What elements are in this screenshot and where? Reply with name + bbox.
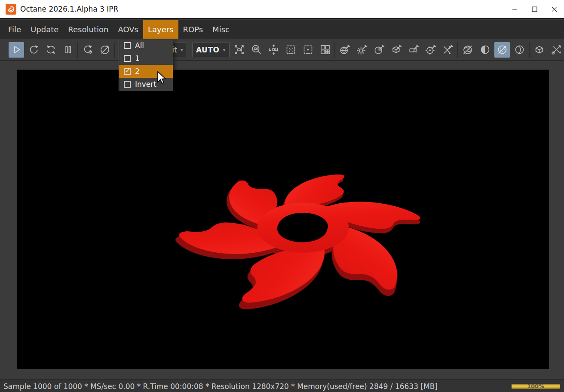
auto-select-label: AUTO xyxy=(196,46,220,54)
toolbar-separator xyxy=(114,42,115,58)
lock-edits-button[interactable] xyxy=(97,42,113,58)
octane-slash-icon xyxy=(462,44,474,55)
geometry-button[interactable] xyxy=(531,42,547,58)
moon-circle-icon xyxy=(514,44,525,55)
postprocess-toggle-button[interactable] xyxy=(460,42,475,58)
layers-item-1[interactable]: 1 xyxy=(119,52,173,65)
toolbar-separator xyxy=(529,42,530,58)
close-button[interactable] xyxy=(544,0,564,18)
checkbox-icon[interactable] xyxy=(124,42,131,49)
toolbar-separator xyxy=(334,42,335,58)
material-picker-icon xyxy=(339,44,351,55)
pause-button[interactable] xyxy=(60,42,76,58)
menu-bar: FileUpdateResolutionAOVsLayersROPsMisc xyxy=(0,20,564,39)
toolbar: Fit▾AUTO▾ xyxy=(0,39,564,61)
menu-misc[interactable]: Misc xyxy=(208,20,234,39)
layers-item-all[interactable]: All xyxy=(119,39,173,52)
checkbox-icon[interactable] xyxy=(124,81,131,88)
render-viewport[interactable] xyxy=(17,70,549,369)
menu-file[interactable]: File xyxy=(3,20,26,39)
grid-icon xyxy=(319,44,331,55)
checkbox-checked-icon[interactable]: ✓ xyxy=(124,68,131,75)
menu-resolution[interactable]: Resolution xyxy=(63,20,113,39)
octane-logo-render xyxy=(174,97,432,355)
octane-app-icon xyxy=(6,4,16,15)
close-icon xyxy=(552,6,557,12)
minimize-button[interactable] xyxy=(505,0,524,18)
menu-update[interactable]: Update xyxy=(26,20,63,39)
environment-picker-button[interactable] xyxy=(371,42,387,58)
chevron-down-icon: ▾ xyxy=(181,47,183,53)
window-title: Octane 2026.1.Alpha 3 IPR xyxy=(20,5,118,13)
mouse-cursor xyxy=(156,71,167,86)
title-bar: Octane 2026.1.Alpha 3 IPR xyxy=(0,0,564,19)
camera-fit-icon xyxy=(233,44,245,55)
minimize-icon xyxy=(512,6,518,12)
layers-item-label: 2 xyxy=(135,67,140,76)
region-dots-icon xyxy=(285,44,297,55)
render-progress-label: 100% xyxy=(527,384,544,389)
menu-aovs[interactable]: AOVs xyxy=(113,20,143,39)
maximize-icon xyxy=(532,6,537,12)
camera-picker-button[interactable] xyxy=(406,42,421,58)
restart-gear-icon xyxy=(82,44,94,55)
camera-zoom-button[interactable] xyxy=(248,42,264,58)
focus-picker-icon xyxy=(425,44,437,55)
auto-select[interactable]: AUTO▾ xyxy=(192,43,230,57)
chevron-down-icon: ▾ xyxy=(223,47,226,53)
camera-zoom-icon xyxy=(251,44,262,55)
render-status-text: Sample 1000 of 1000 * MS/sec 0.00 * R.Ti… xyxy=(3,382,438,391)
camera-pan-button[interactable] xyxy=(266,42,281,58)
refresh-icon xyxy=(45,44,57,55)
vignette-toggle-button[interactable] xyxy=(512,42,527,58)
material-picker-button[interactable] xyxy=(337,42,352,58)
dotted-slash-icon xyxy=(497,44,508,55)
layers-item-label: Invert xyxy=(135,80,156,89)
recenter-camera-button[interactable] xyxy=(231,42,247,58)
no-edit-icon xyxy=(99,44,111,55)
camera-picker-icon xyxy=(408,44,420,55)
light-picker-icon xyxy=(356,44,368,55)
main-content xyxy=(0,61,564,379)
restart-button[interactable] xyxy=(26,42,41,58)
render-region-button[interactable] xyxy=(283,42,298,58)
play-button[interactable] xyxy=(9,42,24,58)
restart-icon xyxy=(28,44,40,55)
environment-picker-icon xyxy=(374,44,385,55)
tonemap-toggle-button[interactable] xyxy=(477,42,493,58)
toolbar-separator xyxy=(457,42,458,58)
menu-rops[interactable]: ROPs xyxy=(178,20,208,39)
whitebalance-picker-icon xyxy=(442,44,454,55)
object-picker-icon xyxy=(391,44,402,55)
pause-icon xyxy=(62,44,74,55)
layers-item-label: All xyxy=(135,41,144,50)
menu-layers[interactable]: Layers xyxy=(143,20,178,39)
half-circle-icon xyxy=(479,44,491,55)
play-icon xyxy=(11,44,22,55)
whitebalance-picker-button[interactable] xyxy=(440,42,456,58)
toolbar-separator xyxy=(77,42,78,58)
layers-item-label: 1 xyxy=(135,54,140,63)
render-progress-bar: 100% xyxy=(512,384,560,389)
status-bar: Sample 1000 of 1000 * MS/sec 0.00 * R.Ti… xyxy=(0,379,564,392)
film-region-button[interactable] xyxy=(300,42,316,58)
checkbox-icon[interactable] xyxy=(124,55,131,62)
dither-toggle-button[interactable] xyxy=(494,42,510,58)
object-picker-button[interactable] xyxy=(389,42,404,58)
light-picker-button[interactable] xyxy=(354,42,370,58)
focus-picker-button[interactable] xyxy=(423,42,438,58)
tools-button[interactable] xyxy=(549,42,564,58)
tools-icon xyxy=(551,44,562,55)
camera-pan-icon xyxy=(268,44,279,55)
region-dot-icon xyxy=(302,44,314,55)
window-controls xyxy=(505,0,564,18)
refresh-button[interactable] xyxy=(43,42,58,58)
maximize-button[interactable] xyxy=(524,0,544,18)
layout-grid-button[interactable] xyxy=(317,42,333,58)
cube-icon xyxy=(533,44,545,55)
restart-settings-button[interactable] xyxy=(80,42,95,58)
